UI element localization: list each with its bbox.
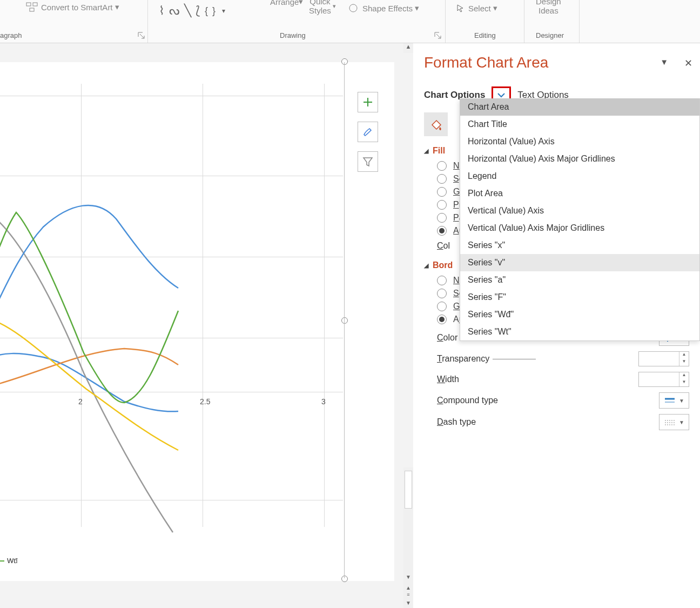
svg-rect-0 <box>26 3 31 6</box>
shape-gallery[interactable]: ⌇ᔓ╲⟅{}▾ <box>157 1 265 21</box>
x-tick: 2.5 <box>200 397 210 406</box>
transparency-row[interactable]: Transparency ▲▼ <box>437 351 700 366</box>
chart-filter-button[interactable] <box>358 151 378 172</box>
svg-rect-2 <box>30 8 34 11</box>
dialog-launcher-icon[interactable] <box>138 32 145 39</box>
fill-line-tab-icon[interactable] <box>424 112 448 136</box>
transparency-spinner[interactable]: ▲▼ <box>638 351 689 366</box>
chevron-down-icon <box>496 91 506 99</box>
dropdown-item[interactable]: Vertical (Value) Axis Major Gridlines <box>460 219 699 237</box>
dropdown-item[interactable]: Vertical (Value) Axis <box>460 202 699 219</box>
dash-icon <box>664 418 676 426</box>
group-label-drawing: Drawing <box>280 31 306 39</box>
x-tick: 2 <box>78 397 83 406</box>
compound-type-button[interactable]: ▼ <box>659 392 689 409</box>
close-icon[interactable]: ✕ <box>684 57 692 69</box>
design-ideas-button[interactable]: Design Ideas <box>536 0 561 15</box>
series-bluewave[interactable] <box>0 205 178 319</box>
selection-handle[interactable] <box>341 58 348 65</box>
compound-icon <box>664 397 676 404</box>
dropdown-item[interactable]: Series "x" <box>460 237 699 254</box>
dropdown-item[interactable]: Series "a" <box>460 271 699 289</box>
group-label-designer: Designer <box>536 31 564 39</box>
smartart-icon <box>26 2 38 12</box>
chart-series <box>0 84 343 554</box>
shape-effects-button[interactable]: Shape Effects▾ <box>348 3 419 13</box>
ribbon: Convert to SmartArt ▾ ⌇ᔓ╲⟅{}▾ Arrange▾ Q… <box>0 0 700 43</box>
select-button[interactable]: Select▾ <box>456 3 497 13</box>
effects-icon <box>348 3 359 13</box>
scrollbar[interactable]: ▼ ▲ ≡ ▼ <box>403 467 413 608</box>
dropdown-item[interactable]: Horizontal (Value) Axis <box>460 133 699 150</box>
series-gray[interactable] <box>0 213 173 532</box>
dropdown-item[interactable]: Legend <box>460 168 699 185</box>
width-spinner[interactable]: ▲▼ <box>638 372 689 387</box>
dropdown-item[interactable]: Horizontal (Value) Axis Major Gridlines <box>460 150 699 168</box>
plus-icon <box>362 96 374 108</box>
chart-elements-dropdown[interactable]: Chart AreaChart TitleHorizontal (Value) … <box>460 98 700 341</box>
dropdown-item[interactable]: Chart Title <box>460 116 699 133</box>
dropdown-item[interactable]: Plot Area <box>460 185 699 202</box>
dropdown-item[interactable]: Chart Area <box>460 98 699 116</box>
arrange-button[interactable]: Arrange▾ <box>270 0 303 6</box>
svg-rect-1 <box>33 3 37 6</box>
selection-handle[interactable] <box>341 576 348 582</box>
dropdown-item[interactable]: Series "Wt" <box>460 323 699 340</box>
x-tick: 3 <box>321 397 326 406</box>
chart-elements-button[interactable] <box>358 92 378 112</box>
group-label-editing: Editing <box>474 31 496 39</box>
chart-styles-button[interactable] <box>358 122 378 142</box>
pane-title: Format Chart Area <box>424 54 700 71</box>
dropdown-item[interactable]: Series "v" <box>460 254 699 271</box>
chart-plot-area[interactable]: 22.53 WđWt <box>0 84 343 527</box>
dropdown-item[interactable]: Series "F" <box>460 289 699 306</box>
dropdown-item[interactable]: Series "Wđ" <box>460 306 699 323</box>
chevron-down-icon: ▾ <box>115 2 119 12</box>
dash-type-button[interactable]: ▼ <box>659 414 689 430</box>
legend-item[interactable]: Wt <box>0 557 16 565</box>
workspace: ▲ <box>0 43 413 608</box>
svg-point-3 <box>349 4 357 12</box>
series-green[interactable] <box>0 212 178 403</box>
width-row[interactable]: Width ▲▼ <box>437 372 700 387</box>
group-label-paragraph: agraph <box>0 31 22 39</box>
convert-smartart-button[interactable]: Convert to SmartArt ▾ <box>26 2 119 12</box>
compound-row[interactable]: Compound type ▼ <box>437 392 700 409</box>
dash-row[interactable]: Dash type ▼ <box>437 414 700 430</box>
cursor-icon <box>456 4 465 12</box>
quick-styles-button[interactable]: Quick Styles ▾ <box>309 0 336 15</box>
brush-icon <box>362 126 374 138</box>
pane-menu-button[interactable]: ▼ <box>660 57 668 69</box>
scroll-up-button[interactable]: ▲ <box>403 43 413 53</box>
chart-object[interactable]: 22.53 WđWt <box>0 62 394 581</box>
paint-bucket-icon <box>429 117 443 131</box>
dialog-launcher-icon[interactable] <box>434 32 442 39</box>
funnel-icon <box>362 156 374 168</box>
slide-canvas[interactable]: ▲ <box>0 43 413 608</box>
